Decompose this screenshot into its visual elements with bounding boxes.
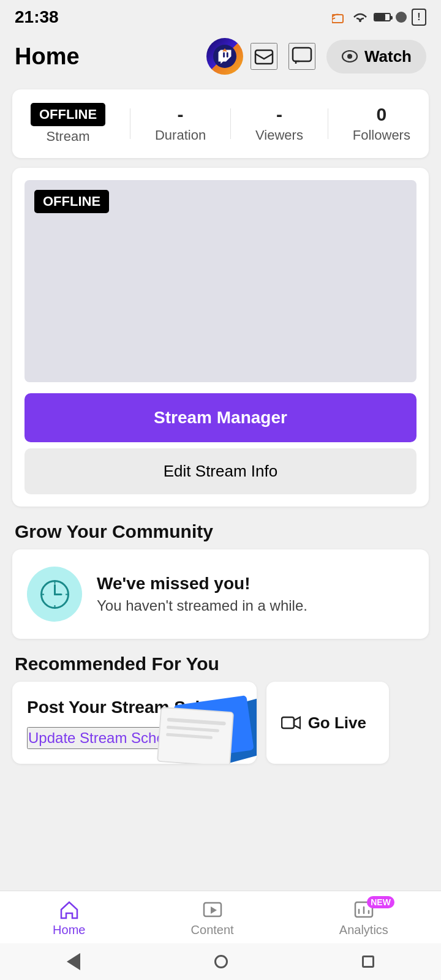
community-card-subtitle: You haven't streamed in a while.	[97, 597, 307, 614]
community-icon	[27, 567, 82, 622]
duration-label: Duration	[155, 127, 206, 143]
stat-divider-3	[328, 108, 328, 139]
content-nav-icon	[202, 900, 223, 921]
nav-home[interactable]: Home	[53, 900, 85, 937]
preview-offline-badge: OFFLINE	[34, 190, 109, 213]
duration-item: - Duration	[155, 104, 206, 143]
notification-icon: !	[412, 9, 426, 26]
stream-manager-button[interactable]: Stream Manager	[24, 393, 417, 442]
video-camera-icon	[281, 714, 301, 731]
stat-divider-1	[130, 108, 130, 139]
community-card-text: We've missed you! You haven't streamed i…	[97, 574, 307, 614]
followers-value: 0	[377, 104, 387, 125]
recommended-section: Recommended For You Post Your Stream Sch…	[0, 654, 441, 764]
home-nav-icon	[59, 900, 80, 921]
recommended-cards: Post Your Stream Schedule Update Stream …	[0, 682, 441, 764]
svg-marker-18	[211, 907, 217, 914]
followers-label: Followers	[353, 127, 410, 143]
svg-point-1	[332, 21, 333, 23]
nav-analytics[interactable]: NEW Analytics	[339, 900, 388, 937]
duration-value: -	[178, 104, 184, 125]
page-content: OFFLINE Stream - Duration - Viewers 0 Fo…	[0, 89, 441, 862]
svg-rect-4	[223, 52, 225, 58]
stream-status-item: OFFLINE Stream	[31, 103, 105, 145]
status-icons: !	[332, 9, 426, 26]
home-nav-label: Home	[53, 923, 85, 937]
recommended-title: Recommended For You	[15, 654, 426, 674]
edit-stream-button[interactable]: Edit Stream Info	[24, 448, 417, 494]
grow-community-section: Grow Your Community We've missed you! Yo…	[0, 521, 441, 639]
cast-icon	[332, 11, 347, 23]
android-nav-bar	[0, 943, 441, 980]
header: Home	[0, 32, 441, 85]
followers-item: 0 Followers	[353, 104, 410, 143]
content-nav-label: Content	[191, 923, 234, 937]
svg-rect-16	[282, 717, 294, 728]
viewers-label: Viewers	[255, 127, 303, 143]
header-actions: Watch	[251, 40, 426, 74]
stat-divider-2	[230, 108, 231, 139]
watch-label: Watch	[364, 47, 412, 66]
inbox-button[interactable]	[251, 43, 277, 70]
nav-content[interactable]: Content	[191, 900, 234, 937]
chat-button[interactable]	[288, 43, 315, 70]
go-live-label: Go Live	[308, 714, 366, 733]
post-schedule-card: Post Your Stream Schedule Update Stream …	[12, 682, 257, 764]
status-dot	[396, 12, 407, 23]
app-logo	[206, 38, 243, 75]
viewers-value: -	[276, 104, 282, 125]
community-card: We've missed you! You haven't streamed i…	[12, 549, 429, 639]
status-time: 21:38	[15, 7, 59, 27]
svg-rect-6	[293, 48, 311, 61]
schedule-illustration	[146, 688, 257, 764]
go-live-card: Go Live	[266, 682, 389, 764]
android-back-button[interactable]	[67, 953, 80, 970]
stream-label: Stream	[47, 129, 90, 145]
bottom-nav: Home Content NEW Analytics	[0, 891, 441, 943]
viewers-item: - Viewers	[255, 104, 303, 143]
stats-card: OFFLINE Stream - Duration - Viewers 0 Fo…	[12, 89, 429, 158]
page-title: Home	[15, 43, 199, 70]
status-bar: 21:38 !	[0, 0, 441, 32]
grow-community-title: Grow Your Community	[15, 521, 426, 542]
svg-rect-3	[227, 52, 228, 58]
stream-preview-card: OFFLINE Stream Manager Edit Stream Info	[12, 168, 429, 507]
watch-button[interactable]: Watch	[326, 40, 426, 74]
wifi-icon	[352, 11, 369, 23]
analytics-new-badge: NEW	[367, 896, 394, 908]
svg-rect-5	[255, 50, 273, 64]
community-card-title: We've missed you!	[97, 574, 307, 594]
offline-badge: OFFLINE	[31, 103, 105, 126]
stream-preview-area: OFFLINE	[24, 180, 417, 382]
android-recent-button[interactable]	[362, 956, 374, 968]
battery-icon	[374, 13, 391, 21]
android-home-button[interactable]	[214, 955, 228, 968]
svg-point-8	[347, 54, 352, 59]
analytics-nav-label: Analytics	[339, 923, 388, 937]
